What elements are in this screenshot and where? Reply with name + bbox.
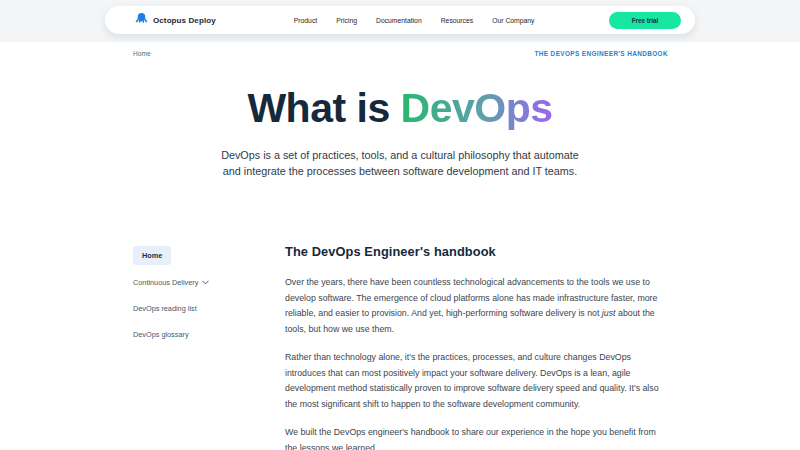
sidebar-item-devops-glossary[interactable]: DevOps glossary: [133, 325, 189, 344]
article-paragraph-2: Rather than technology alone, it's the p…: [285, 350, 669, 412]
article-content: The DevOps Engineer's handbook Over the …: [285, 244, 669, 450]
paragraph-italic-word: just: [602, 308, 616, 318]
sidebar-item-continuous-delivery[interactable]: Continuous Delivery: [133, 273, 209, 292]
page-title: What is DevOps: [0, 86, 800, 131]
chevron-down-icon: [202, 280, 209, 285]
article-paragraph-1: Over the years, there have been countles…: [285, 275, 669, 337]
site-header: Octopus Deploy Product Pricing Documenta…: [105, 6, 695, 34]
brand-logo[interactable]: Octopus Deploy: [135, 11, 216, 29]
sidebar-nav: Home Continuous Delivery DevOps reading …: [133, 246, 263, 351]
sidebar-item-devops-reading-list[interactable]: DevOps reading list: [133, 299, 197, 318]
octopus-logo-icon: [135, 11, 148, 29]
nav-item-documentation[interactable]: Documentation: [376, 17, 422, 24]
article-heading: The DevOps Engineer's handbook: [285, 244, 669, 259]
hero-section: What is DevOps DevOps is a set of practi…: [0, 86, 800, 179]
brand-name: Octopus Deploy: [153, 16, 216, 25]
article-paragraph-3: We built the DevOps engineer's handbook …: [285, 425, 669, 450]
breadcrumb-row: Home THE DEVOPS ENGINEER'S HANDBOOK: [133, 50, 668, 57]
hero-subtitle: DevOps is a set of practices, tools, and…: [214, 147, 586, 179]
nav-item-our-company[interactable]: Our Company: [492, 17, 534, 24]
handbook-series-link[interactable]: THE DEVOPS ENGINEER'S HANDBOOK: [534, 50, 668, 57]
nav-item-resources[interactable]: Resources: [441, 17, 474, 24]
page-title-prefix: What is: [247, 85, 400, 131]
main-nav: Product Pricing Documentation Resources …: [294, 17, 535, 24]
breadcrumb-home-link[interactable]: Home: [133, 50, 151, 57]
page-title-highlight: DevOps: [401, 85, 553, 131]
nav-item-pricing[interactable]: Pricing: [336, 17, 357, 24]
free-trial-button[interactable]: Free trial: [609, 12, 681, 29]
nav-item-product[interactable]: Product: [294, 17, 317, 24]
sidebar-item-label: Continuous Delivery: [133, 278, 198, 287]
sidebar-item-home[interactable]: Home: [133, 246, 171, 265]
